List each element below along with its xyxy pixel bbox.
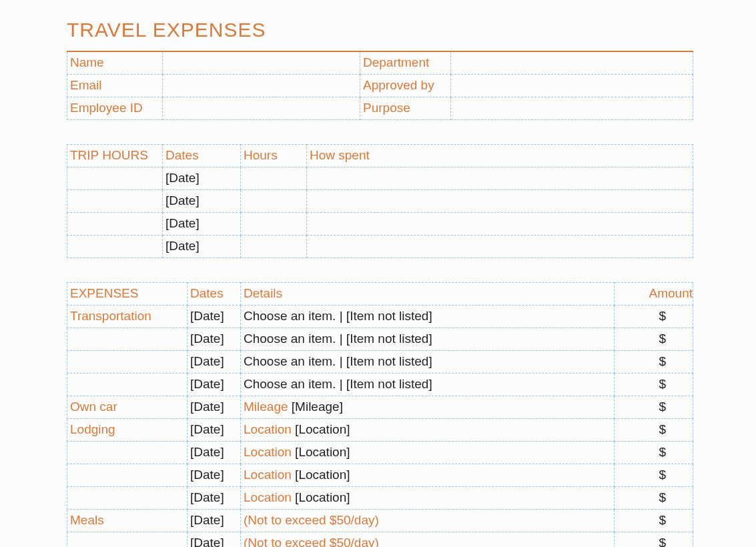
expense-detail[interactable]: Location [Location] [241,486,615,509]
label-email: Email [67,74,163,97]
trip-date[interactable]: [Date] [163,167,241,189]
detail-note: (Not to exceed $50/day) [244,513,379,527]
expense-date[interactable]: [Date] [187,418,241,441]
expense-date[interactable]: [Date] [187,396,241,418]
trip-hours[interactable] [241,235,307,257]
expense-detail[interactable]: Choose an item. | [Item not listed] [241,328,615,350]
expense-row: [Date] Location [Location] $ [67,441,693,464]
expense-row: Lodging [Date] Location [Location] $ [67,418,693,441]
expense-row: [Date] Location [Location] $ [67,486,693,509]
trip-row: [Date] [67,212,693,235]
expense-amount[interactable]: $ [615,532,693,547]
detail-label: Location [244,490,292,504]
expense-detail[interactable]: Choose an item. | [Item not listed] [241,305,615,328]
expense-row: Own car [Date] Mileage [Mileage] $ [67,396,693,418]
expense-date[interactable]: [Date] [187,373,241,396]
expense-amount[interactable]: $ [615,464,693,486]
input-department[interactable] [451,51,693,74]
trip-title: TRIP HOURS [67,144,163,167]
expense-category [67,441,187,464]
input-approved[interactable] [451,74,693,97]
expense-category: Meals [67,509,187,532]
expense-date[interactable]: [Date] [187,486,241,509]
expense-amount[interactable]: $ [615,373,693,396]
detail-value: [Location] [292,468,350,482]
expense-detail[interactable]: Location [Location] [241,464,615,486]
expense-date[interactable]: [Date] [187,532,241,547]
expense-detail[interactable]: (Not to exceed $50/day) [241,509,615,532]
label-employee: Employee ID [67,97,163,119]
expense-date[interactable]: [Date] [187,441,241,464]
expense-amount[interactable]: $ [615,396,693,418]
expense-row: [Date] Choose an item. | [Item not liste… [67,350,693,373]
expense-amount[interactable]: $ [615,350,693,373]
trip-hours-table: TRIP HOURS Dates Hours How spent [Date] … [67,144,693,258]
input-email[interactable] [163,74,360,97]
label-department: Department [360,51,451,74]
expense-detail[interactable]: Mileage [Mileage] [241,396,615,418]
trip-cell[interactable] [67,235,163,257]
input-employee[interactable] [163,97,360,119]
trip-col-dates: Dates [163,144,241,167]
expense-row: [Date] (Not to exceed $50/day) $ [67,532,693,547]
expense-row: [Date] Choose an item. | [Item not liste… [67,373,693,396]
expense-detail[interactable]: Location [Location] [241,418,615,441]
trip-hours[interactable] [241,167,307,189]
trip-col-how: How spent [307,144,693,167]
expense-amount[interactable]: $ [615,509,693,532]
expense-amount[interactable]: $ [615,441,693,464]
detail-label: Location [244,445,292,459]
detail-value: [Location] [292,445,350,459]
trip-row: [Date] [67,235,693,257]
trip-date[interactable]: [Date] [163,189,241,212]
trip-hours[interactable] [241,189,307,212]
expense-date[interactable]: [Date] [187,350,241,373]
trip-date[interactable]: [Date] [163,212,241,235]
input-name[interactable] [163,51,360,74]
detail-value: [Location] [292,422,350,436]
input-purpose[interactable] [451,97,693,119]
expense-amount[interactable]: $ [615,328,693,350]
detail-label: Location [244,422,292,436]
expense-detail[interactable]: (Not to exceed $50/day) [241,532,615,547]
trip-how[interactable] [307,235,693,257]
expense-detail[interactable]: Choose an item. | [Item not listed] [241,350,615,373]
expense-category [67,350,187,373]
expense-row: [Date] Location [Location] $ [67,464,693,486]
expense-category [67,464,187,486]
detail-value: [Mileage] [288,400,343,414]
trip-cell[interactable] [67,189,163,212]
info-table: Name Department Email Approved by Employ… [67,51,693,120]
expense-amount[interactable]: $ [615,305,693,328]
page-title: TRAVEL EXPENSES [67,19,695,41]
expense-detail[interactable]: Location [Location] [241,441,615,464]
detail-label: Location [244,468,292,482]
expense-detail[interactable]: Choose an item. | [Item not listed] [241,373,615,396]
expense-category [67,486,187,509]
expense-category [67,532,187,547]
detail-value: [Location] [292,490,350,504]
trip-row: [Date] [67,167,693,189]
exp-title: EXPENSES [67,282,187,305]
trip-cell[interactable] [67,212,163,235]
expense-category [67,373,187,396]
trip-col-hours: Hours [241,144,307,167]
expense-date[interactable]: [Date] [187,305,241,328]
label-name: Name [67,51,163,74]
expense-row: Meals [Date] (Not to exceed $50/day) $ [67,509,693,532]
expense-category: Lodging [67,418,187,441]
expense-amount[interactable]: $ [615,486,693,509]
expense-date[interactable]: [Date] [187,328,241,350]
expense-date[interactable]: [Date] [187,509,241,532]
expense-category: Own car [67,396,187,418]
trip-date[interactable]: [Date] [163,235,241,257]
trip-cell[interactable] [67,167,163,189]
trip-how[interactable] [307,212,693,235]
expense-amount[interactable]: $ [615,418,693,441]
exp-col-details: Details [241,282,615,305]
expense-date[interactable]: [Date] [187,464,241,486]
trip-row: [Date] [67,189,693,212]
trip-how[interactable] [307,167,693,189]
trip-how[interactable] [307,189,693,212]
trip-hours[interactable] [241,212,307,235]
